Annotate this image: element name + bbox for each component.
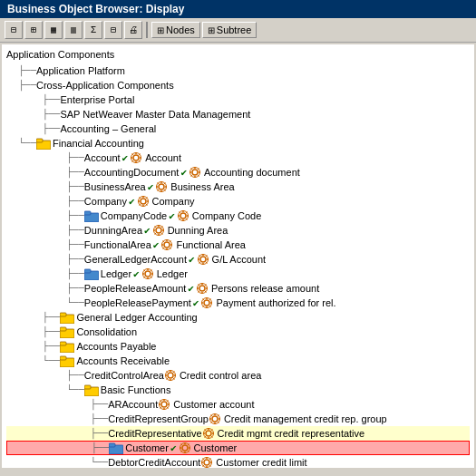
expand-btn[interactable]: ▦ xyxy=(44,21,63,39)
copy-btn[interactable]: ⊞ xyxy=(24,21,43,39)
svg-rect-1 xyxy=(36,139,43,142)
tree-item[interactable]: ├──CreditRepresentGroup Credit managemen… xyxy=(6,412,470,426)
checkmark: ✔ xyxy=(148,181,154,193)
tree-item[interactable]: ├── Ledger ✔ Ledger xyxy=(6,267,470,281)
item-label: Ledger xyxy=(101,268,131,279)
tree-item[interactable]: ├──FunctionalArea ✔ Functional Area xyxy=(6,238,470,252)
gear-icon xyxy=(141,267,154,280)
folder-icon xyxy=(60,312,74,324)
svg-point-124 xyxy=(168,373,173,378)
item-label: Accounts Payable xyxy=(76,341,156,352)
tree-connector: ├── xyxy=(6,413,108,424)
svg-rect-167 xyxy=(109,443,115,447)
tree-item[interactable]: ├── Consolidation xyxy=(6,325,470,339)
export-btn[interactable]: ⊟ xyxy=(104,21,122,39)
tree-connector: └── xyxy=(6,138,36,149)
item-description: Customer account xyxy=(173,399,254,410)
item-label: CreditRepresentative xyxy=(108,428,201,439)
tree-connector: └── xyxy=(6,457,108,468)
item-label: Financial Accounting xyxy=(53,138,144,149)
sum-btn[interactable]: Σ xyxy=(84,21,102,39)
tree-item[interactable]: ├──GeneralLedgerAccount ✔ G/L Account xyxy=(6,252,470,267)
tree-item[interactable]: ├──Application Platform xyxy=(6,63,470,78)
tree-connector: ├── xyxy=(6,80,36,91)
item-description: Business Area xyxy=(170,181,234,192)
tree-item[interactable]: ├──Enterprise Portal xyxy=(6,92,470,107)
folder-icon xyxy=(36,138,51,150)
tree-item[interactable]: └── Accounts Receivable xyxy=(6,354,470,368)
tree-connector: ├── xyxy=(6,181,84,192)
item-label: Cross-Application Components xyxy=(36,80,174,91)
subtree-btn[interactable]: ⊞ Subtree xyxy=(202,22,257,38)
tree-container: ├──Application Platform ├──Cross-Applica… xyxy=(6,63,470,468)
tree-connector: ├── xyxy=(6,152,84,163)
item-label: Accounting – General xyxy=(60,123,156,134)
main-content: Application Components ├──Application Pl… xyxy=(2,44,474,468)
tree-item[interactable]: ├──Account ✔ Account xyxy=(6,151,470,165)
tree-item[interactable]: ├── General Ledger Accounting xyxy=(6,310,470,325)
svg-point-136 xyxy=(161,402,167,407)
svg-point-12 xyxy=(192,170,198,175)
tree-item[interactable]: ├── Customer ✔ Customer xyxy=(6,441,470,455)
tree-item[interactable]: ├──PeopleReleaseAmount ✔ Persons release… xyxy=(6,281,470,296)
tree-item[interactable]: ├──CreditRepresentative Credit mgmt cred… xyxy=(6,426,470,441)
tree-item[interactable]: ├──SAP NetWeaver Master Data Management xyxy=(6,107,470,121)
tree-item[interactable]: ├──Cross-Application Components xyxy=(6,78,470,92)
nodes-label: Nodes xyxy=(166,24,195,35)
gear-icon xyxy=(152,224,165,237)
tree-item[interactable]: └── Financial Accounting xyxy=(6,136,470,151)
item-description: Customer credit limit xyxy=(216,457,306,468)
item-description: Persons release amount xyxy=(211,283,319,294)
tree-item[interactable]: ├──Company ✔ Company xyxy=(6,194,470,209)
svg-point-156 xyxy=(206,431,211,436)
item-label: PeopleReleasePayment xyxy=(84,297,191,308)
svg-point-2 xyxy=(133,155,139,160)
item-label: CompanyCode xyxy=(101,210,167,221)
print-btn[interactable]: 🖨 xyxy=(124,21,142,39)
svg-rect-123 xyxy=(60,356,66,360)
section-header: Application Components xyxy=(6,49,470,60)
item-label: Enterprise Portal xyxy=(60,94,134,105)
tree-connector: ├── xyxy=(6,312,60,323)
svg-point-44 xyxy=(180,213,186,219)
tree-item[interactable]: └──DebtorCreditAccount Customer credit l… xyxy=(6,455,470,468)
nodes-btn[interactable]: ⊞ Nodes xyxy=(151,22,200,38)
collapse-btn[interactable]: ▥ xyxy=(64,21,83,39)
blue-folder-icon xyxy=(84,268,99,280)
gear-icon xyxy=(200,456,213,468)
tree-connector: ├── xyxy=(6,341,60,352)
tree-connector: ├── xyxy=(7,442,109,453)
tree-item[interactable]: ├──DunningArea ✔ Dunning Area xyxy=(6,223,470,238)
checkmark: ✔ xyxy=(193,297,199,309)
tree-item[interactable]: ├── CompanyCode ✔ Company Code xyxy=(6,209,470,223)
title-bar: Business Object Browser: Display xyxy=(0,0,476,18)
item-description: Company xyxy=(152,196,195,207)
item-description: Ledger xyxy=(157,268,188,279)
tree-connector: └── xyxy=(6,355,60,366)
tree-connector: ├── xyxy=(6,65,36,76)
tree-item[interactable]: └── Basic Functions xyxy=(6,383,470,397)
tree-connector: ├── xyxy=(6,268,84,279)
svg-rect-85 xyxy=(84,269,91,273)
tree-item[interactable]: ├──AccountingDocument ✔ Accounting docum… xyxy=(6,165,470,180)
svg-point-96 xyxy=(199,286,205,291)
tree-item[interactable]: ├──ARAccount Customer account xyxy=(6,397,470,412)
svg-rect-119 xyxy=(60,327,66,331)
item-label: AccountingDocument xyxy=(84,167,180,178)
filter-btn[interactable]: ⊟ xyxy=(5,21,23,39)
folder-icon xyxy=(84,384,99,396)
tree-item[interactable]: └──PeopleReleasePayment ✔ Payment author… xyxy=(6,296,470,310)
tree-item[interactable]: ├──BusinessArea ✔ Business Area xyxy=(6,180,470,194)
tree-connector: ├── xyxy=(6,254,84,265)
item-description: Credit control area xyxy=(180,370,262,381)
folder-icon xyxy=(60,341,74,353)
page-title: Business Object Browser: Display xyxy=(7,3,184,15)
checkmark: ✔ xyxy=(170,442,177,454)
tree-item[interactable]: ├──Accounting – General xyxy=(6,121,470,136)
svg-rect-117 xyxy=(60,313,66,316)
checkmark: ✔ xyxy=(122,152,129,164)
tree-item[interactable]: ├──CreditControlArea Credit control area xyxy=(6,368,470,383)
svg-rect-43 xyxy=(84,211,91,215)
tree-item[interactable]: ├── Accounts Payable xyxy=(6,339,470,354)
checkmark: ✔ xyxy=(188,283,194,295)
